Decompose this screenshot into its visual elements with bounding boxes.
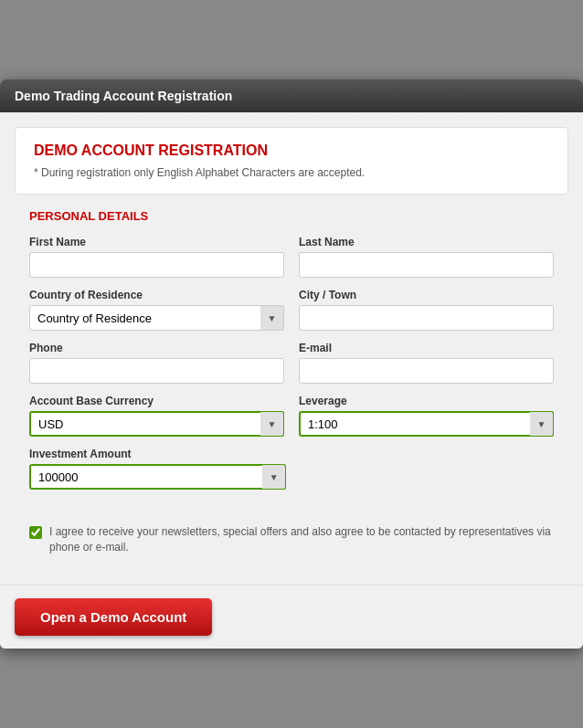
email-group: E-mail	[299, 342, 554, 384]
main-window: Demo Trading Account Registration DEMO A…	[0, 79, 583, 649]
personal-details-section: PERSONAL DETAILS First Name Last Name Co…	[15, 209, 568, 515]
country-select-wrapper: Country of Residence ▼	[29, 305, 284, 331]
currency-select[interactable]: USD EUR GBP	[29, 411, 284, 437]
currency-label: Account Base Currency	[29, 395, 284, 407]
first-name-group: First Name	[29, 236, 284, 278]
email-input[interactable]	[299, 358, 554, 384]
first-name-input[interactable]	[29, 252, 284, 278]
info-box: DEMO ACCOUNT REGISTRATION * During regis…	[15, 127, 568, 195]
agreement-row: I agree to receive your newsletters, spe…	[15, 515, 568, 570]
city-input[interactable]	[299, 305, 554, 331]
leverage-select-wrapper: 1:50 1:100 1:200 1:500 ▼	[299, 411, 554, 437]
open-account-button[interactable]: Open a Demo Account	[15, 598, 212, 636]
demo-account-title: DEMO ACCOUNT REGISTRATION	[34, 142, 549, 159]
leverage-group: Leverage 1:50 1:100 1:200 1:500 ▼	[299, 395, 554, 437]
last-name-group: Last Name	[299, 236, 554, 278]
last-name-input[interactable]	[299, 252, 554, 278]
city-group: City / Town	[299, 289, 554, 331]
agreement-label: I agree to receive your newsletters, spe…	[49, 524, 554, 555]
currency-leverage-row: Account Base Currency USD EUR GBP ▼ Leve…	[29, 395, 554, 437]
footer-bar: Open a Demo Account	[0, 585, 583, 649]
phone-label: Phone	[29, 342, 284, 354]
country-city-row: Country of Residence Country of Residenc…	[29, 289, 554, 331]
email-label: E-mail	[299, 342, 554, 354]
investment-select[interactable]: 10000 50000 100000 500000	[29, 464, 286, 490]
investment-select-wrapper: 10000 50000 100000 500000 ▼	[29, 464, 286, 490]
body-area: DEMO ACCOUNT REGISTRATION * During regis…	[0, 112, 583, 585]
phone-input[interactable]	[29, 358, 284, 384]
window-title: Demo Trading Account Registration	[15, 89, 232, 103]
city-label: City / Town	[299, 289, 554, 301]
phone-email-row: Phone E-mail	[29, 342, 554, 384]
agreement-checkbox[interactable]	[29, 526, 42, 539]
investment-group: Investment Amount 10000 50000 100000 500…	[29, 448, 286, 490]
title-bar: Demo Trading Account Registration	[0, 79, 583, 112]
investment-row: Investment Amount 10000 50000 100000 500…	[29, 448, 554, 490]
registration-note: * During registration only English Alpha…	[34, 166, 549, 179]
leverage-label: Leverage	[299, 395, 554, 407]
first-name-label: First Name	[29, 236, 284, 248]
section-title: PERSONAL DETAILS	[29, 209, 554, 223]
name-row: First Name Last Name	[29, 236, 554, 278]
currency-group: Account Base Currency USD EUR GBP ▼	[29, 395, 284, 437]
country-label: Country of Residence	[29, 289, 284, 301]
leverage-select[interactable]: 1:50 1:100 1:200 1:500	[299, 411, 554, 437]
country-select[interactable]: Country of Residence	[29, 305, 284, 331]
last-name-label: Last Name	[299, 236, 554, 248]
country-group: Country of Residence Country of Residenc…	[29, 289, 284, 331]
currency-select-wrapper: USD EUR GBP ▼	[29, 411, 284, 437]
investment-label: Investment Amount	[29, 448, 286, 460]
phone-group: Phone	[29, 342, 284, 384]
